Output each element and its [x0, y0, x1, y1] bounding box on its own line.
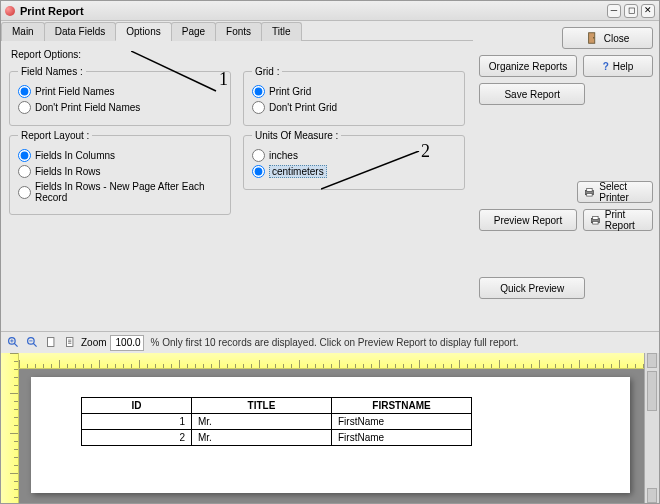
app-icon [5, 6, 15, 16]
tab-options[interactable]: Options [115, 22, 171, 41]
field-names-legend: Field Names : [18, 66, 86, 77]
svg-rect-3 [593, 37, 594, 38]
col-firstname: FIRSTNAME [332, 398, 472, 414]
help-button[interactable]: ? Help [583, 55, 653, 77]
ruler-horizontal [19, 353, 644, 369]
units-legend: Units Of Measure : [252, 130, 341, 141]
tab-page[interactable]: Page [171, 22, 216, 41]
radio-dont-print-grid[interactable]: Don't Print Grid [252, 101, 456, 114]
grid-group: Grid : Print Grid Don't Print Grid [243, 66, 465, 126]
window-title: Print Report [20, 5, 84, 17]
vertical-scrollbar[interactable] [644, 353, 659, 503]
report-layout-group: Report Layout : Fields In Columns Fields… [9, 130, 231, 215]
close-button[interactable]: Close [562, 27, 653, 49]
organize-reports-button[interactable]: Organize Reports [479, 55, 577, 77]
table-row: 2 Mr. FirstName [82, 430, 472, 446]
field-names-group: Field Names : Print Field Names Don't Pr… [9, 66, 231, 126]
table-header-row: ID TITLE FIRSTNAME [82, 398, 472, 414]
units-group: Units Of Measure : inches centimeters [243, 130, 465, 190]
radio-fields-in-rows[interactable]: Fields In Rows [18, 165, 222, 178]
help-icon: ? [603, 61, 609, 72]
radio-centimeters[interactable]: centimeters [252, 165, 456, 178]
preview-page: ID TITLE FIRSTNAME 1 Mr. FirstName 2 Mr. [31, 377, 630, 493]
fit-page-icon[interactable] [43, 335, 59, 351]
col-title: TITLE [192, 398, 332, 414]
tab-title[interactable]: Title [261, 22, 302, 41]
radio-fields-in-rows-newpage[interactable]: Fields In Rows - New Page After Each Rec… [18, 181, 222, 203]
grid-legend: Grid : [252, 66, 282, 77]
ruler-vertical [1, 353, 19, 503]
report-layout-legend: Report Layout : [18, 130, 92, 141]
zoom-input[interactable] [110, 335, 144, 351]
tab-content-options: Report Options: Field Names : Print Fiel… [1, 41, 473, 227]
tab-main[interactable]: Main [1, 22, 45, 41]
radio-fields-in-columns[interactable]: Fields In Columns [18, 149, 222, 162]
status-bar: Zoom % Only first 10 records are display… [1, 331, 659, 353]
titlebar: Print Report ─ ◻ ✕ [1, 1, 659, 21]
close-window-button[interactable]: ✕ [641, 4, 655, 18]
zoom-label: Zoom [81, 337, 107, 348]
radio-dont-print-field-names[interactable]: Don't Print Field Names [18, 101, 222, 114]
quick-preview-button[interactable]: Quick Preview [479, 277, 585, 299]
preview-report-button[interactable]: Preview Report [479, 209, 577, 231]
tab-data-fields[interactable]: Data Fields [44, 22, 117, 41]
tab-bar: Main Data Fields Options Page Fonts Titl… [1, 21, 473, 41]
printer-icon [584, 185, 595, 199]
col-id: ID [82, 398, 192, 414]
radio-print-grid[interactable]: Print Grid [252, 85, 456, 98]
side-panel: Close Organize Reports ? Help Save Repor… [473, 21, 659, 331]
zoom-in-icon[interactable] [5, 335, 21, 351]
status-message: % Only first 10 records are displayed. C… [151, 337, 519, 348]
maximize-button[interactable]: ◻ [624, 4, 638, 18]
table-row: 1 Mr. FirstName [82, 414, 472, 430]
door-icon [586, 31, 600, 45]
save-report-button[interactable]: Save Report [479, 83, 585, 105]
radio-inches[interactable]: inches [252, 149, 456, 162]
report-options-label: Report Options: [11, 49, 465, 60]
svg-rect-9 [593, 221, 598, 224]
svg-line-15 [33, 343, 36, 346]
svg-rect-17 [47, 338, 54, 347]
print-report-button[interactable]: Print Report [583, 209, 653, 231]
page-icon[interactable] [62, 335, 78, 351]
data-table: ID TITLE FIRSTNAME 1 Mr. FirstName 2 Mr. [81, 397, 472, 446]
svg-rect-6 [587, 193, 592, 196]
printer-icon [590, 213, 601, 227]
zoom-out-icon[interactable] [24, 335, 40, 351]
select-printer-button[interactable]: Select Printer [577, 181, 653, 203]
svg-line-11 [14, 343, 17, 346]
tab-fonts[interactable]: Fonts [215, 22, 262, 41]
preview-pane: ID TITLE FIRSTNAME 1 Mr. FirstName 2 Mr. [1, 353, 659, 503]
svg-rect-8 [593, 217, 598, 220]
radio-print-field-names[interactable]: Print Field Names [18, 85, 222, 98]
svg-rect-5 [587, 189, 592, 192]
minimize-button[interactable]: ─ [607, 4, 621, 18]
